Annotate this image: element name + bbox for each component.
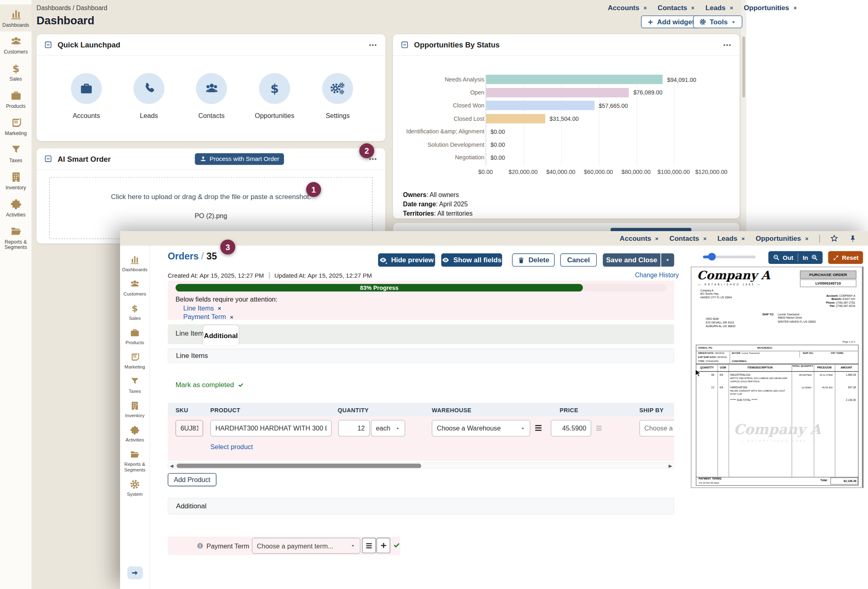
star-icon[interactable] — [830, 234, 839, 243]
collapse-icon[interactable] — [401, 41, 408, 49]
payment-term-list-button[interactable] — [362, 538, 376, 553]
launchpad-leads-button[interactable] — [133, 73, 164, 104]
mark-as-completed-button[interactable]: Mark as completed — [176, 381, 244, 389]
page-scrollbar-track[interactable] — [741, 0, 746, 231]
module-link[interactable]: Orders — [168, 251, 199, 262]
tab-line-items[interactable]: Line Items — [176, 330, 208, 337]
sidebar-item-sales[interactable]: Sales — [120, 300, 149, 324]
sku-input[interactable] — [176, 420, 203, 437]
sidebar-item-system[interactable]: System — [120, 476, 149, 500]
sidebar-item-marketing[interactable]: Marketing — [0, 113, 32, 140]
page-scrollbar-thumb[interactable] — [742, 36, 745, 97]
tab-leads[interactable]: Leads — [718, 235, 746, 242]
payment-term-select[interactable]: Choose a payment term... — [252, 538, 360, 554]
slider-thumb[interactable] — [708, 253, 716, 261]
close-icon[interactable] — [729, 5, 734, 10]
widget-menu-icon[interactable] — [368, 40, 378, 49]
pin-icon[interactable] — [849, 234, 857, 242]
sidebar-item-taxes[interactable]: Taxes — [120, 373, 149, 397]
info-icon[interactable] — [197, 542, 204, 549]
close-icon[interactable] — [690, 5, 695, 10]
process-with-smart-order-button[interactable]: Process with Smart Order — [195, 153, 284, 165]
breadcrumb[interactable]: Dashboards / Dashboard — [37, 4, 107, 11]
zoom-in-button[interactable]: In — [798, 254, 823, 261]
sidebar-item-activities[interactable]: Activities — [0, 194, 32, 221]
tab-accounts[interactable]: Accounts — [620, 235, 660, 242]
price-list-icon[interactable] — [595, 424, 603, 432]
sidebar-expand-button[interactable] — [127, 567, 142, 579]
people-icon — [10, 35, 22, 47]
x-tick: $100,000.00 — [657, 168, 690, 175]
price-input[interactable] — [551, 420, 591, 437]
close-icon[interactable] — [229, 315, 234, 319]
sidebar-item-dashboards[interactable]: Dashboards — [0, 4, 32, 32]
doc-account-block: Account: COMPANY A Branch: EAST DIV Phon… — [774, 294, 855, 308]
scroll-right-arrow[interactable]: ▶ — [668, 464, 672, 469]
launchpad-opportunities-button[interactable] — [259, 73, 290, 104]
grid-hscrollbar-thumb[interactable] — [176, 464, 421, 468]
quantity-input[interactable] — [338, 420, 370, 437]
launchpad-settings-button[interactable] — [322, 73, 353, 104]
warehouse-list-icon[interactable] — [534, 423, 543, 433]
sidebar-item-reports-segments[interactable]: Reports & Segments — [0, 221, 32, 254]
scroll-left-arrow[interactable]: ◀ — [170, 464, 173, 469]
sidebar-item-customers[interactable]: Customers — [0, 32, 32, 59]
sidebar-item-products[interactable]: Products — [120, 324, 149, 349]
sidebar-item-reports-segments[interactable]: Reports & Segments — [120, 446, 149, 476]
tab-additional[interactable]: Additional — [203, 325, 238, 345]
hide-preview-button[interactable]: Hide preview — [378, 253, 435, 267]
collapse-icon[interactable] — [44, 41, 52, 49]
payment-term-add-button[interactable] — [376, 538, 390, 553]
product-input[interactable] — [211, 420, 332, 437]
sidebar-item-activities[interactable]: Activities — [120, 422, 149, 446]
sidebar-item-marketing[interactable]: Marketing — [120, 349, 149, 373]
close-icon[interactable] — [655, 236, 660, 241]
sidebar-item-inventory[interactable]: Inventory — [0, 167, 32, 194]
add-product-button[interactable]: Add Product — [168, 473, 217, 486]
file-drop-zone[interactable]: Click here to upload or drag & drop the … — [49, 177, 372, 239]
collapse-icon[interactable] — [44, 155, 52, 163]
change-history-link[interactable]: Change History — [635, 272, 679, 278]
confirm-check-icon[interactable] — [393, 541, 401, 549]
po-document-preview[interactable]: Company A — ESTABLISHED 1885 — Company A… — [691, 267, 864, 488]
zoom-out-button[interactable]: Out — [768, 254, 797, 261]
sidebar-item-products[interactable]: Products — [0, 86, 32, 113]
warehouse-select[interactable]: Choose a Warehouse — [432, 420, 531, 437]
grid-hscrollbar[interactable]: ◀ ▶ — [168, 463, 675, 469]
save-options-dropdown[interactable] — [661, 253, 675, 267]
launchpad-accounts-button[interactable] — [71, 73, 102, 104]
tab-accounts[interactable]: Accounts — [608, 4, 648, 12]
sidebar-item-sales[interactable]: Sales — [0, 59, 32, 86]
cancel-button[interactable]: Cancel — [560, 253, 597, 267]
ship-by-input[interactable] — [639, 420, 674, 437]
reset-zoom-button[interactable]: Reset — [828, 251, 863, 264]
show-all-fields-button[interactable]: Show all fields — [441, 253, 502, 267]
close-icon[interactable] — [793, 5, 797, 10]
attention-field-payment-term[interactable]: Payment Term — [183, 313, 234, 321]
add-widget-button[interactable]: Add widget — [641, 15, 700, 28]
sidebar-item-inventory[interactable]: Inventory — [120, 397, 149, 422]
select-product-link[interactable]: Select product — [211, 443, 253, 451]
tab-opportunities[interactable]: Opportunities — [756, 235, 809, 242]
close-icon[interactable] — [804, 236, 809, 241]
attention-field-line-items[interactable]: Line Items — [183, 304, 222, 312]
save-and-close-button[interactable]: Save and Close — [603, 253, 660, 267]
sidebar-item-customers[interactable]: Customers — [120, 276, 149, 300]
close-icon[interactable] — [642, 5, 647, 10]
sidebar-item-dashboards[interactable]: Dashboards — [120, 251, 149, 276]
tools-button[interactable]: Tools — [693, 15, 743, 28]
close-icon[interactable] — [741, 236, 746, 241]
delete-button[interactable]: Delete — [512, 253, 554, 267]
drop-zone-hint: Click here to upload or drag & drop the … — [50, 193, 372, 201]
close-icon[interactable] — [217, 306, 222, 311]
tab-opportunities[interactable]: Opportunities — [744, 4, 797, 12]
content-tabbar: Line Items Additional — [168, 324, 675, 344]
launchpad-contacts-button[interactable] — [196, 73, 227, 104]
tab-leads[interactable]: Leads — [705, 4, 734, 12]
close-icon[interactable] — [703, 236, 707, 241]
sidebar-item-taxes[interactable]: Taxes — [0, 140, 32, 167]
tab-contacts[interactable]: Contacts — [670, 235, 707, 242]
widget-menu-icon[interactable] — [722, 40, 732, 49]
tab-contacts[interactable]: Contacts — [657, 4, 695, 12]
uom-select[interactable]: each — [371, 420, 405, 437]
